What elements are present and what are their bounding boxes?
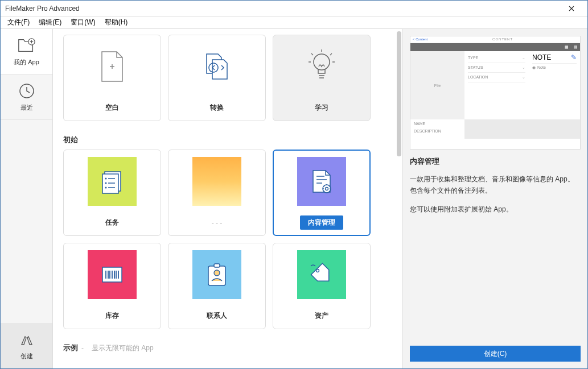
preview-location: LOCATION bbox=[468, 75, 488, 80]
gallery-scrollbar[interactable] bbox=[394, 29, 402, 368]
preview-status: STATUS bbox=[468, 65, 483, 70]
document-gear-icon bbox=[307, 167, 336, 196]
create-button[interactable]: 创建(C) bbox=[410, 346, 581, 362]
preview-name: NAME bbox=[414, 122, 461, 126]
card-label: 空白 bbox=[105, 103, 119, 113]
details-panel: < Content CONTENT ▦ ▤ File TYPE⌄ STATUS⌄ bbox=[402, 29, 587, 368]
sidebar-label-recent: 最近 bbox=[20, 103, 33, 112]
close-button[interactable] bbox=[560, 1, 583, 16]
preview-type: TYPE bbox=[468, 56, 478, 60]
card-convert[interactable]: 转换 bbox=[168, 35, 266, 121]
menu-file[interactable]: 文件(F) bbox=[3, 16, 34, 28]
edit-icon: ✎ bbox=[571, 53, 577, 61]
sidebar-label-create: 创建 bbox=[20, 352, 33, 360]
card-tasks[interactable]: 任务 bbox=[63, 150, 161, 236]
preview-note-hdr: NOTE bbox=[532, 53, 551, 61]
preview-desc: DESCRIPTION bbox=[414, 129, 461, 133]
svg-point-7 bbox=[105, 187, 107, 189]
sidebar-label-myapp: 我的 App bbox=[14, 58, 39, 67]
svg-rect-4 bbox=[102, 174, 118, 193]
preview-toolbar-icon: ▤ bbox=[571, 43, 580, 51]
card-label: 学习 bbox=[315, 103, 328, 113]
card-blank[interactable]: 空白 bbox=[63, 35, 161, 121]
card-inventory[interactable]: 库存 bbox=[63, 243, 161, 329]
section-example-sub: 显示无限可能的 App bbox=[92, 343, 154, 353]
tasks-icon bbox=[98, 167, 126, 196]
details-title: 内容管理 bbox=[410, 156, 581, 167]
blank-page-icon bbox=[100, 51, 125, 82]
card-label: 内容管理 bbox=[300, 215, 343, 230]
sidebar: 我的 App 最近 创建 bbox=[1, 29, 53, 368]
preview-file-area: File bbox=[410, 51, 464, 119]
template-preview: < Content CONTENT ▦ ▤ File TYPE⌄ STATUS⌄ bbox=[410, 36, 581, 150]
menubar: 文件(F) 编辑(E) 窗口(W) 帮助(H) bbox=[1, 16, 587, 29]
brush-pencil-icon bbox=[18, 330, 36, 349]
lightbulb-icon bbox=[307, 49, 336, 84]
bullet-icon: ◉ bbox=[532, 65, 536, 70]
card-content-mgmt[interactable]: 内容管理 bbox=[273, 150, 371, 236]
card-gradient[interactable]: - - - bbox=[168, 150, 266, 236]
barcode-icon bbox=[98, 260, 126, 289]
gradient-tile-icon bbox=[192, 157, 241, 206]
card-assets[interactable]: 资产 bbox=[273, 243, 371, 329]
window-title: FileMaker Pro Advanced bbox=[5, 5, 560, 13]
preview-back: < Content bbox=[413, 38, 427, 42]
close-icon bbox=[569, 6, 574, 11]
preview-toolbar-icon: ▦ bbox=[562, 43, 571, 51]
details-line2: 您可以使用附加表扩展初始 App。 bbox=[410, 204, 581, 215]
menu-window[interactable]: 窗口(W) bbox=[66, 16, 100, 28]
card-label: 转换 bbox=[210, 103, 224, 113]
card-contacts[interactable]: 联系人 bbox=[168, 243, 266, 329]
card-learn[interactable]: 学习 bbox=[273, 35, 371, 121]
details-line1: 一款用于收集和整理文档、音乐和图像等信息的 App。包含每个文件的备注列表。 bbox=[410, 173, 581, 197]
sidebar-item-recent[interactable]: 最近 bbox=[1, 74, 52, 120]
sidebar-item-create[interactable]: 创建 bbox=[1, 323, 52, 368]
card-label: 任务 bbox=[105, 218, 119, 227]
menu-edit[interactable]: 编辑(E) bbox=[34, 16, 66, 28]
card-label: 资产 bbox=[315, 311, 328, 321]
svg-rect-12 bbox=[214, 264, 220, 267]
section-initial-title: 初始 bbox=[63, 135, 402, 145]
scroll-thumb[interactable] bbox=[397, 31, 401, 156]
svg-point-6 bbox=[105, 183, 107, 184]
preview-header: CONTENT bbox=[427, 38, 578, 42]
folder-plus-icon bbox=[18, 36, 36, 55]
sidebar-item-myapp[interactable]: 我的 App bbox=[1, 29, 52, 74]
template-gallery: 空白 转换 学习 初始 bbox=[53, 29, 402, 368]
id-card-icon bbox=[203, 260, 231, 289]
svg-point-5 bbox=[105, 178, 107, 180]
card-label: 库存 bbox=[105, 311, 119, 321]
tag-icon bbox=[307, 260, 336, 289]
preview-note-item: Note bbox=[537, 65, 546, 70]
section-example-title: 示例 bbox=[63, 343, 78, 353]
clock-icon bbox=[18, 82, 36, 100]
svg-point-2 bbox=[314, 54, 330, 70]
titlebar: FileMaker Pro Advanced bbox=[1, 1, 587, 16]
menu-help[interactable]: 帮助(H) bbox=[100, 16, 133, 28]
card-label: - - - bbox=[212, 219, 223, 227]
card-label: 联系人 bbox=[207, 311, 227, 321]
svg-point-13 bbox=[214, 270, 220, 276]
convert-icon bbox=[201, 51, 233, 82]
